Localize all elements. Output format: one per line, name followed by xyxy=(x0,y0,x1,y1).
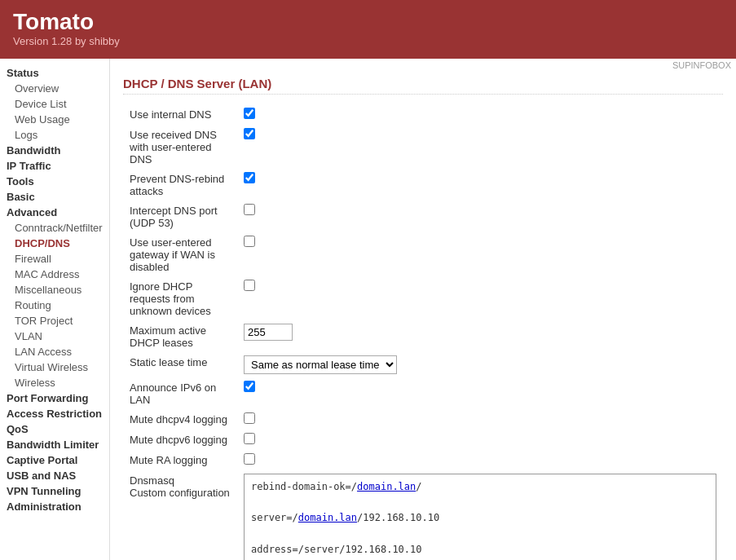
mute-ra-label: Mute RA logging xyxy=(123,450,237,470)
sidebar-item-lan-access[interactable]: LAN Access xyxy=(0,344,109,359)
intercept-dns-checkbox[interactable] xyxy=(244,204,255,215)
sidebar-item-tools[interactable]: Tools xyxy=(0,174,109,189)
sidebar-item-logs[interactable]: Logs xyxy=(0,127,109,143)
mute-ra-checkbox[interactable] xyxy=(244,453,255,465)
sidebar-item-qos[interactable]: QoS xyxy=(0,421,109,437)
sidebar-item-overview[interactable]: Overview xyxy=(0,81,109,96)
mute-dhcpv6-label: Mute dhcpv6 logging xyxy=(123,430,237,450)
sidebar-item-dhcp-dns[interactable]: DHCP/DNS xyxy=(0,236,109,251)
use-received-dns-label: Use received DNS with user-entered DNS xyxy=(123,125,237,169)
use-internal-dns-checkbox[interactable] xyxy=(244,108,255,119)
sidebar-item-captive-portal[interactable]: Captive Portal xyxy=(0,452,109,468)
mute-dhcpv6-checkbox[interactable] xyxy=(244,433,255,444)
use-received-dns-checkbox[interactable] xyxy=(244,128,255,139)
sidebar-item-administration[interactable]: Administration xyxy=(0,499,109,514)
sidebar-item-ip-traffic[interactable]: IP Traffic xyxy=(0,158,109,174)
announce-ipv6-label: Announce IPv6 on LAN xyxy=(123,377,237,409)
app-version: Version 1.28 by shibby xyxy=(13,35,723,47)
settings-form: Use internal DNS Use received DNS with u… xyxy=(123,104,723,560)
sidebar-item-virtual-wireless[interactable]: Virtual Wireless xyxy=(0,359,109,375)
sidebar-item-access-restriction[interactable]: Access Restriction xyxy=(0,406,109,421)
sidebar-item-advanced[interactable]: Advanced xyxy=(0,205,109,220)
sidebar: StatusOverviewDevice ListWeb UsageLogsBa… xyxy=(0,59,110,560)
user-gateway-checkbox[interactable] xyxy=(244,236,255,247)
sidebar-item-routing[interactable]: Routing xyxy=(0,298,109,313)
mute-dhcpv4-checkbox[interactable] xyxy=(244,412,255,424)
max-leases-input[interactable] xyxy=(244,324,293,341)
sidebar-item-conntrack[interactable]: Conntrack/Netfilter xyxy=(0,220,109,236)
use-internal-dns-label: Use internal DNS xyxy=(123,104,237,125)
sidebar-item-tor-project[interactable]: TOR Project xyxy=(0,313,109,329)
dnsmasq-label: Dnsmasq Custom configuration xyxy=(123,470,237,560)
sidebar-item-device-list[interactable]: Device List xyxy=(0,96,109,112)
sidebar-item-bandwidth[interactable]: Bandwidth xyxy=(0,143,109,158)
supinfobox: SUPINFOBOX xyxy=(110,59,736,70)
user-gateway-label: Use user-entered gateway if WAN is disab… xyxy=(123,232,237,276)
ignore-dhcp-checkbox[interactable] xyxy=(244,280,255,291)
page-title: DHCP / DNS Server (LAN) xyxy=(123,77,723,95)
sidebar-item-bandwidth-limiter[interactable]: Bandwidth Limiter xyxy=(0,437,109,452)
app-header: Tomato Version 1.28 by shibby xyxy=(0,0,736,59)
main-content: SUPINFOBOX DHCP / DNS Server (LAN) Use i… xyxy=(110,59,736,560)
sidebar-item-wireless[interactable]: Wireless xyxy=(0,375,109,390)
sidebar-item-status[interactable]: Status xyxy=(0,65,109,81)
mute-dhcpv4-label: Mute dhcpv4 logging xyxy=(123,409,237,430)
intercept-dns-label: Intercept DNS port (UDP 53) xyxy=(123,201,237,232)
ignore-dhcp-label: Ignore DHCP requests from unknown device… xyxy=(123,276,237,320)
sidebar-item-port-forwarding[interactable]: Port Forwarding xyxy=(0,390,109,406)
sidebar-item-vpn-tunneling[interactable]: VPN Tunneling xyxy=(0,483,109,499)
custom-config-textarea[interactable]: rebind-domain-ok=/domain.lan/ server=/do… xyxy=(244,474,716,560)
sidebar-item-web-usage[interactable]: Web Usage xyxy=(0,112,109,127)
sidebar-item-vlan[interactable]: VLAN xyxy=(0,329,109,344)
max-leases-label: Maximum active DHCP leases xyxy=(123,320,237,352)
static-lease-time-label: Static lease time xyxy=(123,352,237,377)
sidebar-item-firewall[interactable]: Firewall xyxy=(0,251,109,267)
static-lease-time-select[interactable]: Same as normal lease time Custom xyxy=(244,355,397,374)
prevent-dns-rebind-label: Prevent DNS-rebind attacks xyxy=(123,169,237,201)
announce-ipv6-checkbox[interactable] xyxy=(244,381,255,392)
sidebar-item-mac-address[interactable]: MAC Address xyxy=(0,267,109,282)
sidebar-item-miscellaneous[interactable]: Miscellaneous xyxy=(0,282,109,298)
sidebar-item-basic[interactable]: Basic xyxy=(0,189,109,205)
app-title: Tomato xyxy=(13,10,723,35)
sidebar-item-usb-nas[interactable]: USB and NAS xyxy=(0,468,109,483)
prevent-dns-rebind-checkbox[interactable] xyxy=(244,172,255,183)
